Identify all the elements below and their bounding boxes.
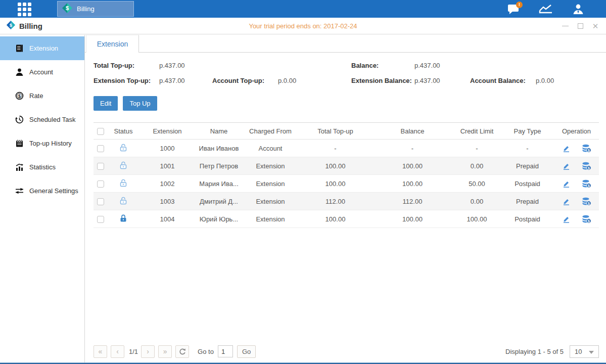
rate-coin-icon: $ [15,92,24,100]
tab-extension[interactable]: Extension [86,35,139,53]
table-row[interactable]: 1000 Иван Иванов Account - - - - [94,140,599,157]
goto-page-input[interactable] [218,345,233,357]
sidebar-item-scheduled-task[interactable]: Scheduled Task [0,108,84,131]
apps-grid-icon[interactable] [18,3,35,16]
cell-charged-from: Account [242,140,299,157]
table-header-row: Status Extension Name Charged From Total… [94,123,599,140]
minimize-button[interactable] [562,23,569,30]
row-checkbox[interactable] [97,216,104,223]
svg-text:$: $ [10,22,13,27]
svg-text:$: $ [18,94,21,99]
table-row[interactable]: 1003 Дмитрий Д... Extension 112.00 112.0… [94,193,599,210]
top-up-row-icon[interactable]: $ [582,144,591,153]
svg-text:$: $ [588,184,590,188]
account-balance-value: p.0.00 [536,77,599,84]
row-checkbox[interactable] [97,145,104,152]
sidebar-item-account[interactable]: Account [0,60,84,84]
sidebar-item-topup-history[interactable]: Top-up History [0,131,84,155]
first-page-button[interactable]: « [94,345,107,358]
user-account-icon[interactable] [571,3,586,16]
page-indicator: 1/1 [129,348,138,355]
sidebar-item-statistics[interactable]: Statistics [0,155,84,179]
account-balance-label: Account Balance: [470,77,536,84]
column-header-charged-from: Charged From [242,123,299,140]
cell-balance: 100.00 [372,157,453,175]
last-page-button[interactable]: » [158,345,172,358]
cell-charged-from: Extension [242,210,299,228]
sidebar-item-extension[interactable]: Extension [0,36,84,60]
cell-pay-type: Prepaid [501,193,554,210]
sidebar-item-general-settings[interactable]: General Settings [0,179,84,203]
edit-row-icon[interactable] [562,162,571,170]
cell-pay-type: Prepaid [501,157,554,175]
refresh-button[interactable] [175,345,189,358]
cell-extension: 1001 [139,157,196,175]
edit-row-icon[interactable] [562,144,571,153]
prev-page-button[interactable]: ‹ [111,345,124,358]
billing-app-icon: $ [62,3,73,16]
page-size-select[interactable]: 10 [570,345,599,358]
close-button[interactable]: ✕ [592,23,599,30]
cell-charged-from: Extension [242,157,299,175]
extension-table: Status Extension Name Charged From Total… [94,122,599,228]
cell-total-topup: 100.00 [299,175,372,193]
cell-charged-from: Extension [242,175,299,193]
cell-extension: 1004 [139,210,196,228]
table-body: 1000 Иван Иванов Account - - - - [94,140,599,228]
edit-button[interactable]: Edit [94,96,118,111]
extension-ledger-icon [15,44,24,53]
next-page-button[interactable]: › [141,345,155,358]
trial-notice: Your trial period ends on: 2017-02-24 [0,22,606,30]
edit-row-icon[interactable] [562,179,571,188]
status-unlocked-icon [119,143,128,154]
row-checkbox[interactable] [97,198,104,205]
top-up-row-icon[interactable]: $ [582,197,591,206]
taskbar-item-billing[interactable]: $ Billing [57,1,134,17]
notifications-chat-icon[interactable]: ! [506,3,521,16]
svg-text:$: $ [66,5,69,11]
top-up-row-icon[interactable]: $ [582,179,591,188]
select-all-checkbox[interactable] [97,128,104,135]
table-row[interactable]: 1002 Мария Ива... Extension 100.00 100.0… [94,175,599,193]
cell-credit-limit: 0.00 [453,157,501,175]
column-header-status: Status [108,123,139,140]
cell-pay-type: Postpaid [501,175,554,193]
page-size-value: 10 [575,348,582,355]
main-panel: Extension Total Top-up: p.437.00 Balance… [85,35,606,362]
cell-pay-type: - [501,140,554,157]
table-row[interactable]: 1004 Юрий Юрь... Extension 100.00 100.00… [94,210,599,228]
svg-text:$: $ [588,219,590,223]
sidebar-item-label: Scheduled Task [29,116,76,123]
top-up-row-icon[interactable]: $ [582,162,591,170]
extension-balance-label: Extension Balance: [351,77,414,84]
row-checkbox[interactable] [97,163,104,170]
displaying-text: Displaying 1 - 5 of 5 [505,348,564,355]
go-button[interactable]: Go [237,345,256,358]
sidebar-item-label: Rate [29,92,43,100]
column-header-credit-limit: Credit Limit [453,123,501,140]
resource-monitor-icon[interactable] [538,3,553,16]
cell-name: Петр Петров [196,157,242,175]
pagination-bar: « ‹ 1/1 › » Go to Go Displaying 1 - 5 of… [94,345,599,358]
top-up-row-icon[interactable]: $ [582,215,591,223]
balance-label: Balance: [351,62,414,69]
sidebar: Extension Account $ Rate [0,35,85,362]
table-row[interactable]: 1001 Петр Петров Extension 100.00 100.00… [94,157,599,175]
row-checkbox[interactable] [97,180,104,188]
extension-balance-value: p.437.00 [414,77,470,84]
cell-pay-type: Postpaid [501,210,554,228]
maximize-button[interactable] [577,23,584,30]
cell-balance: 112.00 [372,193,453,210]
sidebar-item-rate[interactable]: $ Rate [0,84,84,108]
cell-balance: 100.00 [372,175,453,193]
account-topup-value: p.0.00 [278,77,351,84]
sidebar-item-label: Statistics [29,163,56,171]
cell-extension: 1003 [139,193,196,210]
cell-credit-limit: - [453,140,501,157]
statistics-chart-icon [15,163,24,171]
top-up-button[interactable]: Top Up [123,96,157,111]
cell-total-topup: 100.00 [299,210,372,228]
svg-text:$: $ [588,166,590,170]
edit-row-icon[interactable] [562,215,571,223]
edit-row-icon[interactable] [562,197,571,206]
